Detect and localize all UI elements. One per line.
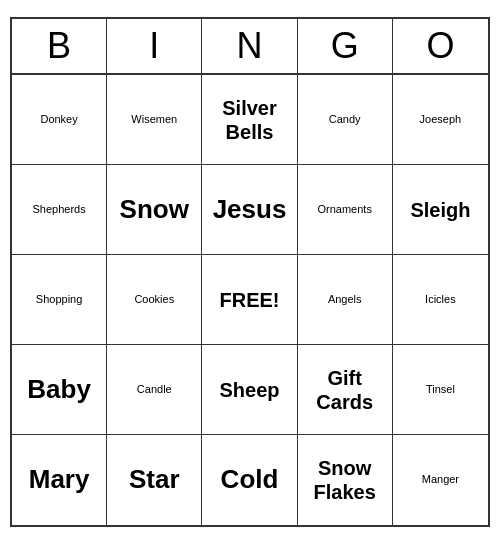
cell-text: Sleigh bbox=[410, 198, 470, 222]
header-letter: B bbox=[12, 19, 107, 73]
cell-text: Silver Bells bbox=[206, 96, 292, 144]
cell-text: Joeseph bbox=[420, 113, 462, 126]
bingo-cell: Cookies bbox=[107, 255, 202, 345]
bingo-header: BINGO bbox=[12, 19, 488, 75]
bingo-cell: Star bbox=[107, 435, 202, 525]
bingo-cell: Sheep bbox=[202, 345, 297, 435]
bingo-cell: Mary bbox=[12, 435, 107, 525]
bingo-cell: Candle bbox=[107, 345, 202, 435]
cell-text: Wisemen bbox=[131, 113, 177, 126]
cell-text: Baby bbox=[27, 374, 91, 405]
cell-text: FREE! bbox=[219, 288, 279, 312]
bingo-cell: FREE! bbox=[202, 255, 297, 345]
cell-text: Mary bbox=[29, 464, 90, 495]
bingo-card: BINGO DonkeyWisemenSilver BellsCandyJoes… bbox=[10, 17, 490, 527]
cell-text: Tinsel bbox=[426, 383, 455, 396]
cell-text: Shepherds bbox=[32, 203, 85, 216]
bingo-cell: Cold bbox=[202, 435, 297, 525]
header-letter: G bbox=[298, 19, 393, 73]
bingo-cell: Snow Flakes bbox=[298, 435, 393, 525]
cell-text: Snow Flakes bbox=[302, 456, 388, 504]
bingo-cell: Snow bbox=[107, 165, 202, 255]
cell-text: Cold bbox=[221, 464, 279, 495]
cell-text: Sheep bbox=[219, 378, 279, 402]
cell-text: Jesus bbox=[213, 194, 287, 225]
bingo-cell: Gift Cards bbox=[298, 345, 393, 435]
bingo-cell: Donkey bbox=[12, 75, 107, 165]
cell-text: Candy bbox=[329, 113, 361, 126]
bingo-cell: Sleigh bbox=[393, 165, 488, 255]
cell-text: Star bbox=[129, 464, 180, 495]
cell-text: Icicles bbox=[425, 293, 456, 306]
cell-text: Angels bbox=[328, 293, 362, 306]
bingo-cell: Shopping bbox=[12, 255, 107, 345]
bingo-cell: Manger bbox=[393, 435, 488, 525]
bingo-cell: Jesus bbox=[202, 165, 297, 255]
bingo-cell: Candy bbox=[298, 75, 393, 165]
bingo-cell: Ornaments bbox=[298, 165, 393, 255]
cell-text: Donkey bbox=[40, 113, 77, 126]
cell-text: Candle bbox=[137, 383, 172, 396]
cell-text: Shopping bbox=[36, 293, 83, 306]
bingo-cell: Shepherds bbox=[12, 165, 107, 255]
bingo-cell: Joeseph bbox=[393, 75, 488, 165]
header-letter: O bbox=[393, 19, 488, 73]
bingo-grid: DonkeyWisemenSilver BellsCandyJoesephShe… bbox=[12, 75, 488, 525]
bingo-cell: Baby bbox=[12, 345, 107, 435]
bingo-cell: Silver Bells bbox=[202, 75, 297, 165]
header-letter: N bbox=[202, 19, 297, 73]
bingo-cell: Wisemen bbox=[107, 75, 202, 165]
header-letter: I bbox=[107, 19, 202, 73]
bingo-cell: Tinsel bbox=[393, 345, 488, 435]
bingo-cell: Icicles bbox=[393, 255, 488, 345]
cell-text: Cookies bbox=[134, 293, 174, 306]
cell-text: Ornaments bbox=[317, 203, 371, 216]
cell-text: Manger bbox=[422, 473, 459, 486]
cell-text: Gift Cards bbox=[302, 366, 388, 414]
cell-text: Snow bbox=[120, 194, 189, 225]
bingo-cell: Angels bbox=[298, 255, 393, 345]
